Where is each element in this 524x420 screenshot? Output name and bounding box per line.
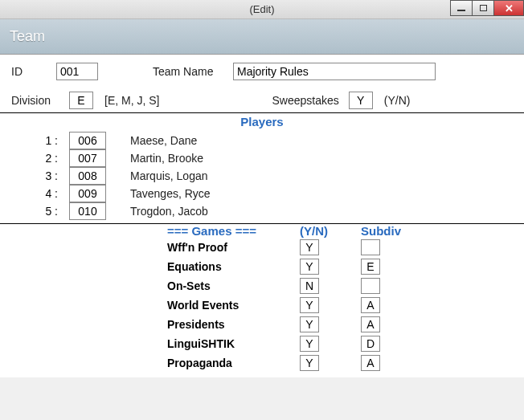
games-list: Wff'n ProofEquationsOn-SetsWorld EventsP…	[11, 238, 513, 373]
player-id-input[interactable]	[69, 132, 106, 149]
player-index: 3 :	[37, 169, 58, 182]
game-row: World Events	[11, 296, 513, 315]
player-row: 3 :Marquis, Logan	[37, 167, 513, 185]
sweepstakes-input[interactable]	[349, 92, 373, 109]
window-controls: ✕	[451, 0, 524, 16]
game-subdiv-input[interactable]	[361, 336, 380, 352]
header-title: Team	[10, 28, 45, 45]
game-subdiv-input[interactable]	[361, 355, 380, 371]
player-index: 5 :	[37, 205, 58, 218]
game-yn-input[interactable]	[300, 239, 319, 255]
game-subdiv-input[interactable]	[361, 297, 380, 313]
game-row: Presidents	[11, 315, 513, 334]
game-row: Equations	[11, 257, 513, 276]
division-label: Division	[11, 94, 69, 107]
game-yn-input[interactable]	[300, 316, 319, 332]
player-name: Tavenges, Ryce	[130, 187, 211, 200]
minimize-button[interactable]	[450, 0, 473, 16]
game-row: LinguiSHTIK	[11, 334, 513, 353]
player-name: Martin, Brooke	[130, 152, 203, 165]
player-row: 5 :Trogdon, Jacob	[37, 202, 513, 220]
game-name: On-Sets	[167, 279, 300, 292]
player-index: 4 :	[37, 187, 58, 200]
players-list: 1 :Maese, Dane2 :Martin, Brooke3 :Marqui…	[11, 132, 513, 220]
game-name: World Events	[167, 299, 300, 312]
game-name: Wff'n Proof	[167, 241, 300, 254]
id-label: ID	[11, 65, 56, 78]
maximize-button[interactable]	[472, 0, 494, 16]
game-row: Wff'n Proof	[11, 238, 513, 257]
game-row: Propaganda	[11, 353, 513, 373]
player-name: Trogdon, Jacob	[130, 205, 208, 218]
teamname-input[interactable]	[233, 63, 436, 80]
sweepstakes-hint: (Y/N)	[384, 94, 411, 107]
game-yn-input[interactable]	[300, 297, 319, 313]
games-heading: === Games ===	[167, 224, 300, 238]
player-row: 1 :Maese, Dane	[37, 132, 513, 149]
yn-heading: (Y/N)	[300, 224, 361, 238]
player-id-input[interactable]	[69, 149, 106, 167]
titlebar: (Edit) ✕	[0, 0, 524, 19]
game-yn-input[interactable]	[300, 336, 319, 352]
teamname-label: Team Name	[153, 65, 233, 78]
game-subdiv-input[interactable]	[361, 239, 380, 255]
close-button[interactable]: ✕	[493, 0, 524, 16]
player-row: 2 :Martin, Brooke	[37, 149, 513, 167]
subdiv-heading: Subdiv	[361, 224, 417, 238]
player-row: 4 :Tavenges, Ryce	[37, 185, 513, 202]
id-row: ID Team Name	[11, 63, 513, 80]
game-subdiv-input[interactable]	[361, 278, 380, 294]
player-id-input[interactable]	[69, 167, 106, 185]
game-row: On-Sets	[11, 276, 513, 296]
content-area: ID Team Name Division [E, M, J, S] Sweep…	[0, 55, 524, 377]
game-name: Equations	[167, 260, 300, 273]
game-name: LinguiSHTIK	[167, 337, 300, 350]
game-yn-input[interactable]	[300, 355, 319, 371]
window-title: (Edit)	[249, 3, 274, 15]
player-index: 1 :	[37, 134, 58, 147]
sweepstakes-label: Sweepstakes	[272, 94, 338, 107]
id-input[interactable]	[56, 63, 98, 80]
players-heading: Players	[11, 115, 513, 128]
player-id-input[interactable]	[69, 185, 106, 202]
division-hint: [E, M, J, S]	[104, 94, 159, 107]
divider	[0, 112, 524, 113]
game-yn-input[interactable]	[300, 278, 319, 294]
game-name: Presidents	[167, 318, 300, 331]
player-id-input[interactable]	[69, 202, 106, 220]
game-subdiv-input[interactable]	[361, 316, 380, 332]
game-yn-input[interactable]	[300, 259, 319, 275]
division-input[interactable]	[69, 92, 93, 109]
division-row: Division [E, M, J, S] Sweepstakes (Y/N)	[11, 92, 513, 109]
game-subdiv-input[interactable]	[361, 259, 380, 275]
section-header: Team	[0, 19, 524, 55]
game-name: Propaganda	[167, 357, 300, 369]
games-header-row: === Games === (Y/N) Subdiv	[11, 224, 513, 238]
player-index: 2 :	[37, 152, 58, 165]
player-name: Marquis, Logan	[130, 169, 208, 182]
player-name: Maese, Dane	[130, 134, 197, 147]
